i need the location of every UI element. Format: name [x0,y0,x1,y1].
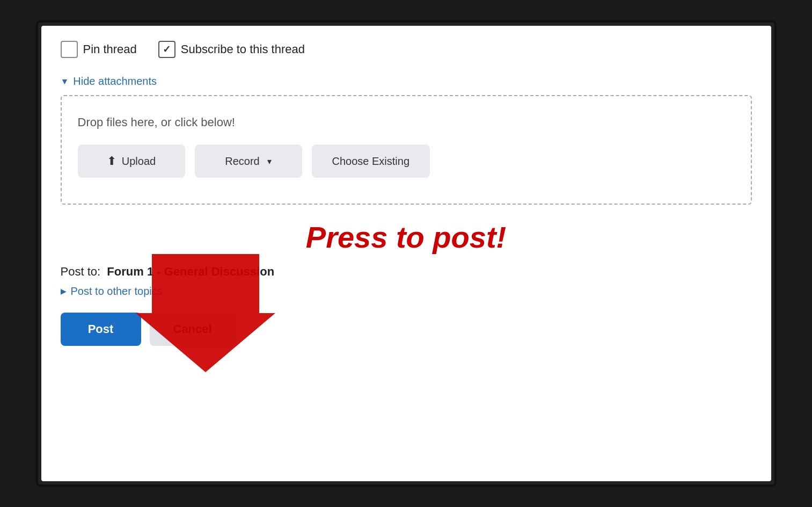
press-to-post-text: Press to post! [306,221,506,254]
upload-label: Upload [122,155,156,168]
annotation-wrapper: Post to: Forum 1 - General Discussion ▶ … [61,265,752,346]
arrow-right-icon: ▶ [61,287,67,295]
post-to-other-label: Post to other topics [71,285,163,298]
post-button[interactable]: Post [61,313,141,346]
record-label: Record [225,155,259,168]
pin-thread-group[interactable]: Pin thread [61,41,137,58]
outer-border: Pin thread ✓ Subscribe to this thread ▼ … [36,20,777,487]
choose-existing-label: Choose Existing [332,155,410,168]
subscribe-checkbox[interactable]: ✓ [158,41,175,58]
upload-button[interactable]: ⬆ Upload [78,144,185,178]
press-to-post-area: Press to post! [61,221,752,254]
post-to-destination-value: Forum 1 - General Discussion [107,265,274,278]
post-to-destination: Post to: Forum 1 - General Discussion [61,265,752,279]
pin-thread-checkbox[interactable] [61,41,78,58]
subscribe-label: Subscribe to this thread [181,42,305,56]
drop-zone[interactable]: Drop files here, or click below! ⬆ Uploa… [61,95,752,205]
cancel-button[interactable]: Cancel [150,313,236,346]
post-to-other-toggle[interactable]: ▶ Post to other topics [61,285,752,298]
upload-icon: ⬆ [107,154,116,168]
pin-thread-label: Pin thread [83,42,137,56]
subscribe-thread-group[interactable]: ✓ Subscribe to this thread [158,41,305,58]
top-row: Pin thread ✓ Subscribe to this thread [61,41,752,58]
action-buttons: Post Cancel [61,313,752,346]
hide-attachments-label: Hide attachments [73,75,157,88]
chevron-down-icon: ▼ [61,77,69,86]
main-container: Pin thread ✓ Subscribe to this thread ▼ … [41,26,771,481]
drop-zone-text: Drop files here, or click below! [78,115,735,129]
hide-attachments-toggle[interactable]: ▼ Hide attachments [61,75,752,88]
checkmark-icon: ✓ [163,44,171,55]
post-to-section: Post to: Forum 1 - General Discussion ▶ … [61,265,752,298]
attachment-buttons: ⬆ Upload Record ▾ Choose Existing [78,144,735,178]
record-button[interactable]: Record ▾ [195,144,302,178]
choose-existing-button[interactable]: Choose Existing [312,144,430,178]
post-to-label: Post to: [61,265,101,278]
record-chevron-icon: ▾ [267,156,272,166]
